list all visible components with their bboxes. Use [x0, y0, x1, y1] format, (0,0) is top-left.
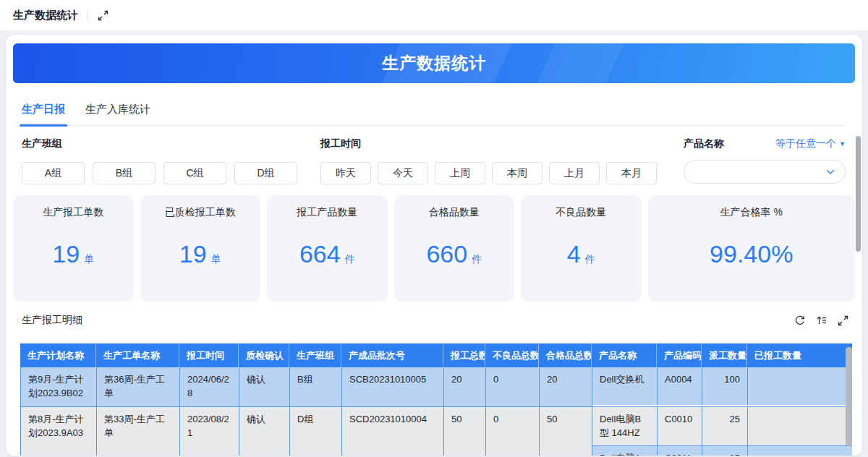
stat-value: 19 [52, 240, 80, 268]
table-cell: 第9月-生产计划2023.9B02 [21, 367, 97, 406]
operator-dropdown[interactable]: 等于任意一个 ▼ [775, 137, 846, 150]
table-header-cell-5: 产成品批次号 [341, 343, 443, 367]
table-header-cell-12: 已报工数量 [747, 343, 852, 367]
team-button-2[interactable]: C组 [163, 162, 226, 184]
stat-value: 19 [179, 240, 207, 268]
table-row-0[interactable]: 第9月-生产计划2023.9B02第36周-生产工单2024/06/28确认B组… [20, 367, 852, 407]
filter-group-time: 报工时间 昨天今天上周本周上月本月 [320, 137, 663, 184]
stat-title: 生产合格率 % [648, 206, 855, 219]
filter-group-product: 产品名称 等于任意一个 ▼ [684, 137, 846, 184]
refresh-icon[interactable] [794, 315, 806, 326]
table-cell: 第33周-生产工单 [97, 407, 180, 456]
table-cell: A0004 [658, 367, 702, 405]
table-cell: 2023/08/21 [180, 407, 239, 456]
team-filter-label: 生产班组 [22, 137, 305, 150]
divider [88, 10, 88, 21]
stat-value-row: 99.40% [648, 240, 855, 268]
product-filter-label: 产品名称 [684, 137, 724, 150]
table-header-cell-4: 生产班组 [289, 343, 341, 367]
table-row-left: 第8月-生产计划2023.9A03第33周-生产工单2023/08/21确认D组… [21, 407, 592, 456]
table-cell: 0 [486, 367, 540, 406]
table-cell: 确认 [239, 367, 290, 406]
table-cell: D组 [290, 407, 342, 456]
stat-card-0: 生产报工单数19单 [13, 195, 134, 302]
table-cell [748, 446, 852, 456]
stat-unit: 单 [84, 253, 94, 265]
stat-value: 664 [299, 240, 341, 268]
stat-unit: 件 [345, 253, 355, 265]
stat-title: 合格品数量 [394, 206, 515, 219]
stat-title: 报工产品数量 [267, 206, 388, 219]
stat-value-row: 4件 [521, 240, 642, 268]
table-fullscreen-icon[interactable] [838, 315, 848, 326]
product-subrow-1: Dell电脑A型C001125 [592, 446, 852, 456]
time-filter-label: 报工时间 [320, 137, 663, 150]
stat-card-2: 报工产品数量664件 [267, 195, 388, 302]
page-scrollbar[interactable] [856, 136, 861, 252]
stat-value-row: 664件 [267, 240, 388, 268]
product-select[interactable] [684, 160, 846, 184]
row-density-icon[interactable] [816, 315, 827, 326]
table-header-cell-10: 产品编码 [657, 343, 702, 367]
team-button-0[interactable]: A组 [22, 162, 85, 184]
stat-value: 660 [426, 240, 467, 268]
table-cell: Dell交换机 [592, 367, 658, 405]
table-header-cell-11: 派工数量 [702, 343, 747, 367]
product-subrow-0: Dell电脑B型 144HZC001025 [592, 407, 852, 447]
table-body: 第9月-生产计划2023.9B02第36周-生产工单2024/06/28确认B组… [20, 367, 852, 456]
fullscreen-icon[interactable] [98, 10, 109, 21]
table-header-cell-3: 质检确认 [239, 343, 289, 367]
table-cell: 第36周-生产工单 [97, 367, 180, 406]
tab-1[interactable]: 生产入库统计 [85, 94, 150, 126]
table-toolbar [794, 315, 848, 326]
stat-title: 生产报工单数 [13, 206, 134, 219]
table-cell: 50 [444, 407, 486, 456]
table-cell [748, 367, 852, 405]
stat-cards-row: 生产报工单数19单已质检报工单数19单报工产品数量664件合格品数量660件不良… [13, 195, 855, 302]
window-title: 生产数据统计 [13, 9, 78, 22]
time-button-1[interactable]: 今天 [378, 162, 428, 184]
stat-value-row: 19单 [140, 240, 261, 268]
stat-value: 99.40% [710, 240, 793, 268]
table-cell: 50 [540, 407, 592, 456]
team-button-1[interactable]: B组 [93, 162, 156, 184]
stat-card-3: 合格品数量660件 [394, 195, 515, 302]
top-bar: 生产数据统计 [0, 0, 868, 31]
tab-0[interactable]: 生产日报 [22, 94, 65, 126]
table-header-cell-9: 产品名称 [592, 343, 657, 367]
time-button-5[interactable]: 本月 [606, 162, 657, 184]
stat-card-4: 不良品数量4件 [521, 195, 642, 302]
table-cell [748, 407, 852, 446]
table-scrollbar[interactable] [846, 347, 852, 446]
main-panel: 生产数据统计 生产日报生产入库统计 生产班组 A组B组C组D组 报工时间 昨天今… [6, 35, 862, 456]
stat-title: 已质检报工单数 [140, 206, 261, 219]
time-button-0[interactable]: 昨天 [320, 162, 371, 184]
filter-group-team: 生产班组 A组B组C组D组 [22, 137, 305, 184]
table-row-1[interactable]: 第8月-生产计划2023.9A03第33周-生产工单2023/08/21确认D组… [20, 407, 852, 456]
stat-card-5: 生产合格率 %99.40% [648, 195, 855, 302]
table-cell: 0 [486, 407, 540, 456]
table-row-left: 第9月-生产计划2023.9B02第36周-生产工单2024/06/28确认B组… [21, 367, 592, 406]
table-cell: 25 [702, 446, 748, 456]
report-detail-table: 生产计划名称生产工单名称报工时间质检确认生产班组产成品批次号报工总数不良品总数合… [20, 343, 852, 456]
time-button-group: 昨天今天上周本周上月本月 [320, 162, 663, 184]
time-button-2[interactable]: 上周 [435, 162, 485, 184]
table-header-row: 生产计划名称生产工单名称报工时间质检确认生产班组产成品批次号报工总数不良品总数合… [20, 343, 852, 367]
table-cell: SCD20231010004 [342, 407, 444, 456]
product-subrow-0: Dell交换机A0004100 [592, 367, 852, 405]
time-button-4[interactable]: 上月 [549, 162, 600, 184]
stat-unit: 件 [472, 253, 482, 265]
stat-value: 4 [567, 240, 581, 268]
table-section-title: 生产报工明细 [22, 314, 82, 327]
table-cell: 2024/06/28 [180, 367, 239, 406]
table-header-cell-1: 生产工单名称 [96, 343, 179, 367]
tab-bar: 生产日报生产入库统计 [22, 94, 846, 126]
table-header-cell-8: 合格品总数 [539, 343, 592, 367]
table-cell: 确认 [239, 407, 290, 456]
table-row-products: Dell交换机A0004100 [592, 367, 852, 406]
stat-value-row: 660件 [394, 240, 515, 268]
team-button-3[interactable]: D组 [234, 162, 297, 184]
table-cell: B组 [290, 367, 342, 406]
chevron-down-icon [826, 169, 835, 175]
time-button-3[interactable]: 本周 [492, 162, 542, 184]
